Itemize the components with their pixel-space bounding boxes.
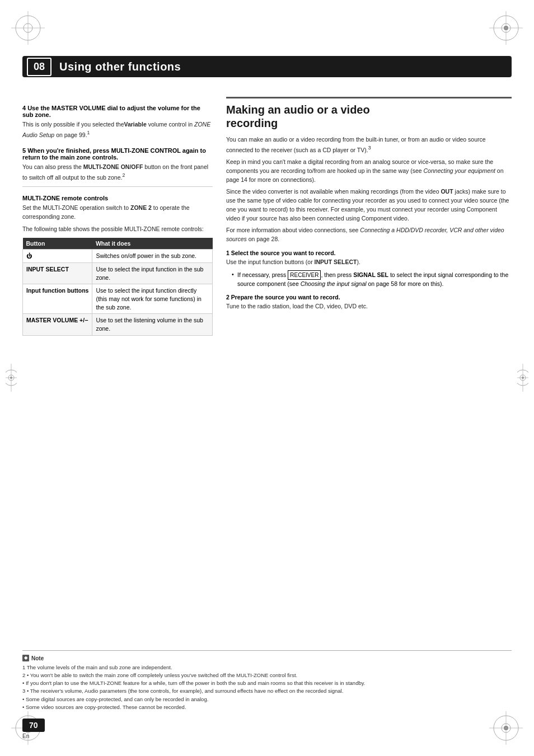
- recording-para3: For more information about video connect…: [226, 226, 512, 244]
- table-cell-button: INPUT SELECT: [23, 262, 92, 284]
- right-column: Making an audio or a video recording You…: [226, 87, 512, 711]
- receiver-box: RECEIVER: [288, 270, 321, 280]
- table-cell-description: Use to select the input function in the …: [92, 262, 213, 284]
- step5-body: You can also press the MULTI-ZONE ON/OFF…: [22, 163, 213, 182]
- note-item: • Some video sources are copy-protected.…: [22, 703, 512, 711]
- right-step2-heading: 2 Prepare the source you want to record.: [226, 294, 512, 300]
- note-item: • Some digital sources are copy-protecte…: [22, 696, 512, 703]
- page-number-area: 70 En: [22, 719, 45, 739]
- content-area: 4 Use the MASTER VOLUME dial to adjust t…: [22, 87, 512, 711]
- note-item: 2 • You won't be able to switch the main…: [22, 672, 512, 679]
- note-header: ◆ Note: [22, 654, 512, 663]
- note-item: 1 The volume levels of the main and sub …: [22, 664, 512, 672]
- right-step1-heading: 1 Select the source you want to record.: [226, 250, 512, 256]
- right-step2-body: Tune to the radio station, load the CD, …: [226, 302, 512, 311]
- table-row: ⏻Switches on/off power in the sub zone.: [23, 250, 213, 263]
- recording-para1: Keep in mind you can't make a digital re…: [226, 158, 512, 184]
- step4-body: This is only possible if you selected th…: [22, 120, 213, 139]
- table-row: MASTER VOLUME +/−Use to set the listenin…: [23, 314, 213, 335]
- left-column: 4 Use the MASTER VOLUME dial to adjust t…: [22, 87, 213, 711]
- note-icon: ◆: [22, 655, 29, 661]
- chapter-number: 08: [27, 58, 51, 76]
- table-cell-button: ⏻: [23, 250, 92, 263]
- corner-mark-bottom-right: [489, 711, 523, 745]
- chapter-header: 08 Using other functions: [22, 56, 512, 77]
- right-step1-body: Use the input function buttons (or INPUT…: [226, 258, 512, 267]
- multizone-heading: MULTI-ZONE remote controls: [22, 195, 213, 201]
- notes-list: 1 The volume levels of the main and sub …: [22, 664, 512, 712]
- step1-bullets: If necessary, press RECEIVER, then press…: [226, 270, 512, 289]
- note-item: • If you don't plan to use the MULTI-ZON…: [22, 679, 512, 687]
- table-row: INPUT SELECTUse to select the input func…: [23, 262, 213, 284]
- table-cell-button: MASTER VOLUME +/−: [23, 314, 92, 335]
- table-header-button: Button: [23, 238, 92, 250]
- corner-mark-top-right: [489, 11, 523, 45]
- table-row: Input function buttonsUse to select the …: [23, 284, 213, 314]
- chapter-title: Using other functions: [59, 60, 181, 73]
- recording-title: Making an audio or a video recording: [226, 97, 512, 130]
- table-cell-description: Switches on/off power in the sub zone.: [92, 250, 213, 263]
- table-cell-button: Input function buttons: [23, 284, 92, 314]
- recording-para2: Since the video converter is not availab…: [226, 187, 512, 223]
- mid-mark-right: [517, 364, 528, 393]
- zone-table: Button What it does ⏻Switches on/off pow…: [22, 238, 213, 336]
- recording-intro: You can make an audio or a video recordi…: [226, 135, 512, 154]
- section-divider: [22, 186, 213, 187]
- page-badge: 70: [22, 719, 45, 732]
- step5-heading: 5 When you're finished, press MULTI-ZONE…: [22, 147, 213, 161]
- table-cell-description: Use to set the listening volume in the s…: [92, 314, 213, 335]
- mid-mark-left: [6, 364, 17, 393]
- table-header-what: What it does: [92, 238, 213, 250]
- corner-mark-top-left: [11, 11, 45, 45]
- page-lang: En: [22, 733, 45, 739]
- step4-heading: 4 Use the MASTER VOLUME dial to adjust t…: [22, 105, 213, 118]
- step1-bullet-item: If necessary, press RECEIVER, then press…: [232, 270, 512, 289]
- note-label: Note: [31, 654, 44, 663]
- note-item: 3 • The receiver's volume, Audio paramet…: [22, 687, 512, 695]
- notes-section: ◆ Note 1 The volume levels of the main a…: [22, 650, 512, 712]
- table-cell-description: Use to select the input function directl…: [92, 284, 213, 314]
- multizone-body1: Set the MULTI-ZONE operation switch to Z…: [22, 204, 213, 222]
- multizone-body3: The following table shows the possible M…: [22, 225, 213, 234]
